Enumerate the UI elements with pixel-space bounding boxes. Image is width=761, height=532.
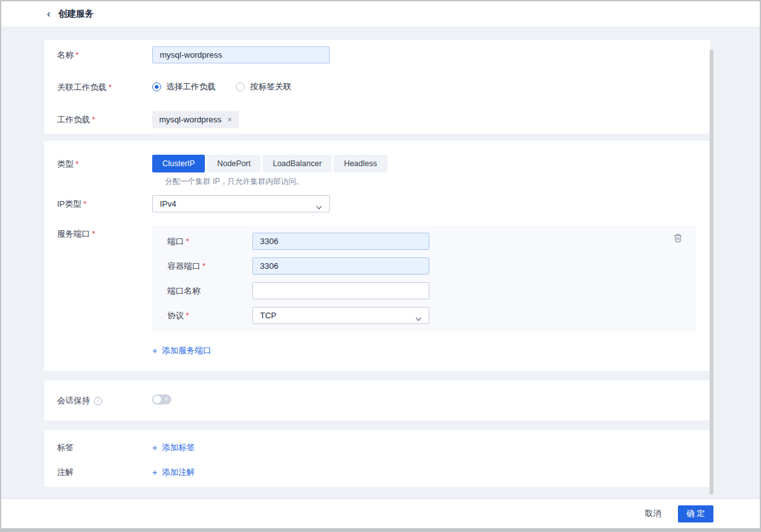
container-port-label: 容器端口*	[167, 257, 252, 275]
annotations-row: 注解 + 添加注解	[57, 466, 698, 479]
container-port-row: 容器端口*	[167, 257, 696, 275]
type-hint-text: 分配一个集群 IP，只允许集群内部访问。	[165, 176, 698, 186]
workload-label-text: 工作负载	[57, 115, 90, 124]
labels-label: 标签	[57, 441, 152, 454]
workload-association-label-text: 关联工作负载	[57, 82, 107, 92]
container-port-label-text: 容器端口	[167, 261, 200, 271]
type-ports-card: 类型* ClusterIP NodePort LoadBalancer Head…	[44, 141, 710, 371]
metadata-card: 标签 + 添加标签 注解 + 添加注解	[44, 430, 710, 487]
type-option-headless[interactable]: Headless	[334, 155, 387, 172]
add-label-text: 添加标签	[162, 442, 195, 453]
page-title: 创建服务	[58, 8, 94, 20]
workload-tag-text: mysql-wordpress	[159, 115, 221, 124]
required-mark: *	[75, 159, 79, 169]
toggle-knob	[153, 396, 161, 403]
service-ports-label: 服务端口*	[57, 225, 152, 242]
service-ports-label-text: 服务端口	[57, 229, 90, 238]
port-name-row: 端口名称	[167, 282, 696, 299]
add-label-link[interactable]: + 添加标签	[152, 442, 195, 453]
ip-type-label: IP类型*	[57, 195, 152, 212]
plus-icon: +	[152, 468, 157, 477]
radio-select-workload[interactable]: 选择工作负载	[152, 81, 216, 93]
radio-by-label[interactable]: 按标签关联	[236, 81, 291, 93]
plus-icon: +	[152, 346, 157, 355]
ip-type-select[interactable]: IPv4	[152, 195, 330, 212]
service-port-panel: 端口* 容器端口* 端口名称	[152, 225, 696, 332]
add-annotation-link[interactable]: + 添加注解	[152, 467, 195, 478]
required-mark: *	[186, 237, 189, 246]
workload-association-row: 关联工作负载* 选择工作负载 按标签关联	[57, 79, 698, 96]
toggle-off-icon: ×	[164, 395, 168, 404]
add-annotation-text: 添加注解	[162, 467, 195, 478]
type-label: 类型*	[57, 155, 152, 172]
type-row: 类型* ClusterIP NodePort LoadBalancer Head…	[57, 155, 698, 172]
radio-select-workload-label: 选择工作负载	[166, 81, 216, 93]
protocol-label-text: 协议	[167, 311, 184, 320]
create-service-page: ‹ 创建服务 名称* 关联工作负载* 选择工作负载 按标	[0, 0, 761, 532]
protocol-label: 协议*	[167, 307, 252, 324]
required-mark: *	[202, 261, 205, 271]
back-icon[interactable]: ‹	[47, 8, 51, 19]
protocol-value: TCP	[260, 311, 276, 320]
delete-port-icon[interactable]	[673, 233, 682, 243]
basic-info-card: 名称* 关联工作负载* 选择工作负载 按标签关联	[44, 40, 710, 134]
name-row: 名称*	[57, 46, 698, 63]
protocol-select[interactable]: TCP	[252, 307, 429, 324]
name-label-text: 名称	[57, 50, 74, 60]
add-service-port-label: 添加服务端口	[162, 345, 211, 356]
info-icon: i	[94, 397, 102, 405]
chevron-down-icon	[316, 202, 322, 212]
required-mark: *	[83, 199, 86, 209]
tag-close-icon[interactable]: ×	[227, 115, 232, 124]
required-mark: *	[186, 311, 189, 320]
workload-association-radios: 选择工作负载 按标签关联	[152, 81, 698, 94]
chevron-down-icon	[415, 314, 422, 323]
port-input[interactable]	[252, 233, 429, 250]
footer-bar: 取消 确定	[1, 498, 760, 528]
port-label: 端口*	[167, 233, 252, 250]
session-label-text: 会话保持	[57, 396, 90, 405]
page-header: ‹ 创建服务	[1, 1, 760, 27]
type-option-clusterip[interactable]: ClusterIP	[152, 155, 205, 172]
port-name-input[interactable]	[252, 282, 429, 299]
type-option-nodeport[interactable]: NodePort	[207, 155, 261, 172]
scrollbar-thumb[interactable]	[710, 49, 713, 495]
port-name-label: 端口名称	[167, 282, 252, 299]
session-toggle[interactable]: ×	[152, 394, 171, 405]
type-label-text: 类型	[57, 159, 74, 169]
required-mark: *	[92, 229, 95, 238]
ip-type-label-text: IP类型	[57, 199, 81, 209]
workload-tag: mysql-wordpress ×	[152, 111, 239, 128]
port-name-label-text: 端口名称	[167, 286, 200, 295]
radio-unchecked-icon	[236, 82, 245, 91]
workload-label: 工作负载*	[57, 111, 152, 128]
annotations-label: 注解	[57, 466, 152, 479]
radio-by-label-label: 按标签关联	[250, 81, 291, 93]
type-option-loadbalancer[interactable]: LoadBalancer	[263, 155, 332, 172]
add-service-port-link[interactable]: + 添加服务端口	[152, 345, 211, 356]
session-label: 会话保持i	[57, 392, 152, 409]
port-row: 端口*	[167, 233, 696, 250]
session-card: 会话保持i ×	[44, 380, 710, 420]
required-mark: *	[92, 115, 95, 124]
cancel-button[interactable]: 取消	[645, 508, 661, 519]
radio-checked-icon	[152, 82, 161, 91]
service-ports-row: 服务端口* 端口* 容器端口*	[57, 225, 698, 356]
port-label-text: 端口	[167, 237, 184, 246]
required-mark: *	[75, 50, 79, 60]
workload-row: 工作负载* mysql-wordpress ×	[57, 111, 698, 128]
annotations-label-text: 注解	[57, 467, 74, 477]
plus-icon: +	[152, 443, 157, 452]
ok-button[interactable]: 确定	[678, 505, 713, 522]
labels-label-text: 标签	[57, 443, 74, 452]
type-button-group: ClusterIP NodePort LoadBalancer Headless	[152, 155, 698, 172]
required-mark: *	[108, 82, 112, 92]
name-input[interactable]	[152, 46, 330, 63]
ip-type-value: IPv4	[160, 199, 176, 209]
labels-row: 标签 + 添加标签	[57, 441, 698, 454]
workload-association-label: 关联工作负载*	[57, 79, 152, 96]
name-label: 名称*	[57, 46, 152, 63]
container-port-input[interactable]	[252, 257, 429, 275]
ip-type-row: IP类型* IPv4	[57, 195, 698, 212]
protocol-row: 协议* TCP	[167, 307, 696, 324]
